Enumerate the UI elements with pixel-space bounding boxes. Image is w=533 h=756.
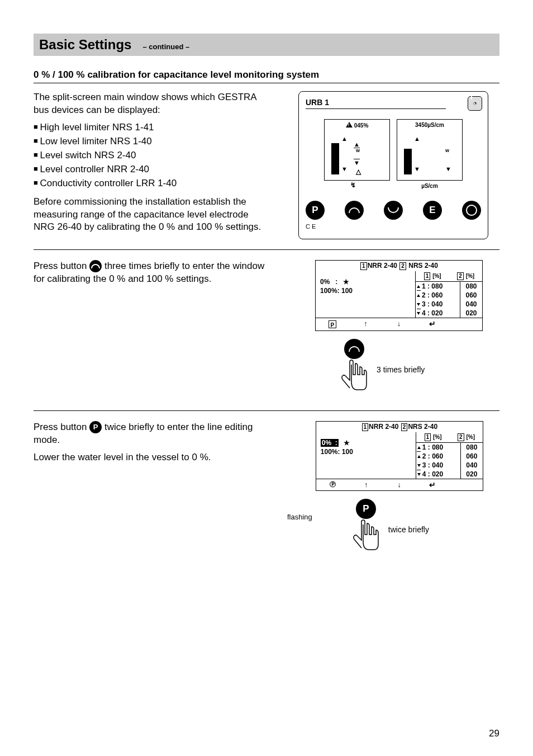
- setpoint-label: 2 : 060: [422, 452, 443, 460]
- lcd-display: 1NRR 2-40 2NRS 2-40 0% : ★ 100%: 100 1 […: [316, 421, 483, 491]
- section-step-p: Press button P twice briefly to enter th…: [34, 421, 499, 570]
- arrow-down-icon: ▼: [341, 166, 348, 172]
- gestra-logo-icon: ◔: [468, 96, 482, 111]
- urb-device: URB 1 ◔ 045% ▲ ▲ w ▼ ▼ △ ↯ 3450µS/cm ▲: [298, 91, 488, 239]
- warning-icon: [346, 122, 353, 127]
- page-title: Basic Settings: [39, 37, 131, 52]
- low-icon: [417, 464, 421, 467]
- conductivity-bar: [404, 149, 412, 174]
- col1-head: 1 [%]: [416, 432, 450, 442]
- footer-enter-icon: ↵: [416, 479, 450, 490]
- footer-down-icon: ↓: [383, 479, 416, 490]
- down-button[interactable]: [384, 201, 403, 220]
- urb-button-row: P E: [306, 201, 481, 220]
- p-button-icon: P: [89, 421, 102, 433]
- p-indicator-circled: Ⓟ: [316, 479, 350, 490]
- max-icon: [417, 446, 421, 449]
- lcd-right-pane: 1 [%] 2 [%] 1 : 080080 2 : 060060 3 : 04…: [415, 271, 482, 318]
- urb-screen-right: 3450µS/cm ▲ w ▼ ▼ µS/cm: [397, 119, 463, 181]
- setpoint-value: 060: [460, 452, 483, 461]
- list-item: Conductivity controller LRR 1-40: [34, 177, 272, 190]
- lcd-left-pane: 0% : ★ 100%: 100: [316, 271, 415, 318]
- setpoint-value: 020: [460, 470, 483, 479]
- setpoint-label: 3 : 040: [422, 300, 442, 308]
- press-instruction: twice briefly: [388, 525, 429, 534]
- w-marker: w: [356, 148, 360, 153]
- conductivity-value: 3450µS/cm: [397, 122, 462, 128]
- list-item: Low level limiter NRS 1-40: [34, 135, 272, 148]
- setpoint-value: 080: [460, 282, 482, 291]
- p-indicator: P: [329, 320, 336, 328]
- lcd-display: 1NRR 2-40 2 NRS 2-40 0% : ★ 100%: 100: [315, 260, 483, 331]
- intro-p1: The split-screen main window shows which…: [34, 91, 272, 117]
- hand-icon: [349, 519, 383, 558]
- step3-text: Press button P twice briefly to enter th…: [34, 421, 272, 560]
- channel-2-icon: 2: [401, 423, 408, 431]
- low-icon: [417, 303, 420, 306]
- lcd-header-2: NRS 2-40: [408, 423, 437, 431]
- list-item: Level switch NRS 2-40: [34, 149, 272, 162]
- level-bar: [331, 143, 339, 174]
- channel-2-icon: 2: [399, 262, 406, 270]
- intro-text: The split-screen main window shows which…: [34, 91, 272, 239]
- urb-title: URB 1: [306, 98, 446, 109]
- arrow-up-icon: ▲: [414, 135, 420, 142]
- setpoint-label: 4 : 020: [422, 309, 442, 317]
- col2-head: 2 [%]: [449, 271, 483, 281]
- row0-label-highlighted: 0% :: [321, 439, 339, 447]
- setpoint-label: 1 : 080: [422, 282, 442, 290]
- footer-up-icon: ↑: [349, 479, 383, 490]
- setpoint-value: 020: [460, 309, 482, 318]
- channel-1-icon: 1: [360, 262, 367, 270]
- col2-head: 2 [%]: [449, 432, 483, 442]
- hand-press-illustration: P twice briefly: [349, 499, 494, 560]
- section-title-bar: Basic Settings – continued –: [34, 34, 499, 56]
- setpoint-label: 3 : 040: [422, 461, 443, 469]
- press-instruction: 3 times briefly: [377, 365, 425, 374]
- lcd-header-1: NRR 2-40: [368, 262, 397, 270]
- page-number: 29: [489, 728, 499, 739]
- e-button[interactable]: E: [423, 201, 442, 220]
- arrow-down-icon: ▼: [414, 166, 420, 172]
- device-list: High level limiter NRS 1-41 Low level li…: [34, 121, 272, 190]
- high-icon: [417, 294, 420, 297]
- unit-label: µS/cm: [397, 183, 462, 189]
- footer-up-icon: ↑: [349, 318, 383, 330]
- lcd-right-pane: 1 [%] 2 [%] 1 : 080080 2 : 060060 3 : 04…: [416, 432, 483, 479]
- arrow-up-icon: ▲: [341, 135, 348, 142]
- footer-enter-icon: ↵: [416, 318, 449, 330]
- lcd-footer: P ↑ ↓ ↵: [316, 318, 482, 330]
- star-icon: ★: [344, 439, 350, 447]
- max-icon: [417, 285, 420, 288]
- list-item: High level limiter NRS 1-41: [34, 121, 272, 134]
- min-icon: [417, 312, 420, 315]
- urb-screen-left: 045% ▲ ▲ w ▼ ▼ △ ↯: [324, 119, 390, 181]
- footer-down-icon: ↓: [382, 318, 416, 330]
- section-intro: The split-screen main window shows which…: [34, 91, 499, 250]
- setpoint-value: 060: [460, 291, 482, 300]
- step2-text-a: Press button: [34, 261, 89, 271]
- p-button-icon: P: [356, 499, 376, 519]
- lcd-left-pane: 0% : ★ 100%: 100: [316, 432, 416, 479]
- step3-diagram: flashing 1NRR 2-40 2NRS 2-40 0% : ★ 100%…: [287, 421, 499, 560]
- intro-p2: Before commissioning the installation es…: [34, 196, 272, 234]
- setpoint-value: 040: [460, 461, 483, 470]
- arrow-down-icon: ▼: [445, 166, 451, 172]
- step3-text-c: Lower the water level in the vessel to 0…: [34, 451, 272, 464]
- up-button[interactable]: [345, 201, 364, 220]
- step2-diagram: 1NRR 2-40 2 NRS 2-40 0% : ★ 100%: 100: [287, 260, 499, 400]
- warning-outline-icon: △: [356, 168, 361, 176]
- power-button[interactable]: [462, 201, 481, 220]
- flashing-label: flashing: [287, 513, 312, 521]
- star-icon: ★: [343, 278, 349, 286]
- p-button[interactable]: P: [306, 201, 325, 220]
- w-marker: w: [445, 148, 449, 153]
- lcd-footer: Ⓟ ↑ ↓ ↵: [316, 479, 483, 490]
- setpoint-value: 080: [460, 443, 483, 452]
- hand-icon: [337, 359, 371, 398]
- lcd-header-2: NRS 2-40: [408, 262, 438, 270]
- up-button-icon: [89, 260, 102, 272]
- lcd-header: 1NRR 2-40 2 NRS 2-40: [316, 261, 482, 271]
- row1: 100%: 100: [321, 448, 411, 456]
- channel-1-icon: 1: [362, 423, 369, 431]
